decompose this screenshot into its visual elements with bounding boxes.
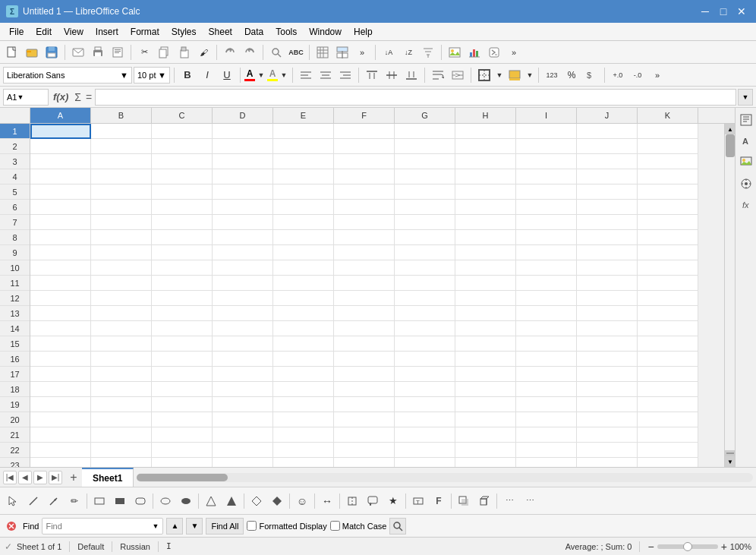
sidebar-functions-button[interactable]: fx (737, 196, 755, 214)
border-arrow[interactable]: ▼ (495, 66, 504, 84)
insert-rows-button[interactable] (333, 43, 351, 61)
cell-J1[interactable] (577, 124, 638, 139)
sort-az-button[interactable]: ↓A (380, 43, 398, 61)
cell-G1[interactable] (395, 124, 455, 139)
font-color-arrow[interactable]: ▼ (257, 66, 266, 84)
menu-tools[interactable]: Tools (269, 23, 303, 40)
highlight-color-button[interactable]: A (267, 69, 278, 81)
format-paint-button[interactable]: 🖌 (194, 43, 213, 61)
cell-A1[interactable] (30, 124, 91, 139)
row-num-9[interactable]: 9 (0, 245, 30, 260)
cell-I1[interactable] (516, 124, 577, 139)
diamond-button[interactable] (247, 491, 266, 511)
match-case-checkbox[interactable] (330, 521, 340, 531)
find-button[interactable] (267, 43, 285, 61)
find-text-input[interactable] (46, 519, 152, 534)
col-header-J[interactable]: J (577, 108, 638, 123)
row-num-23[interactable]: 23 (0, 458, 30, 467)
equals-button[interactable]: = (84, 91, 93, 103)
ellipse-filled-button[interactable] (176, 491, 196, 511)
valign-bottom-button[interactable] (402, 66, 421, 84)
cell-B1[interactable] (91, 124, 152, 139)
sheet-tab-1[interactable]: Sheet1 (82, 468, 134, 487)
function-wizard-button[interactable]: f(x) (50, 91, 71, 102)
row-num-14[interactable]: 14 (0, 321, 30, 336)
more2-button[interactable]: » (505, 43, 523, 61)
cell-D1[interactable] (213, 124, 273, 139)
cell-E1[interactable] (273, 124, 334, 139)
sheet-prev-button[interactable]: ◀ (18, 471, 32, 484)
sum-button[interactable]: Σ (73, 91, 83, 103)
save-button[interactable] (43, 43, 61, 61)
col-header-A[interactable]: A (30, 108, 91, 123)
paste-button[interactable] (175, 43, 193, 61)
callout-button[interactable] (363, 491, 383, 511)
wrap-text-button[interactable] (429, 66, 447, 84)
sidebar-gallery-button[interactable] (737, 153, 755, 172)
find-prev-button[interactable]: ▲ (166, 518, 183, 535)
new-button[interactable] (3, 43, 21, 61)
sheet-next-button[interactable]: ▶ (33, 471, 47, 484)
cell-C1[interactable] (152, 124, 213, 139)
cell-A2[interactable] (30, 139, 91, 154)
formatted-display-option[interactable]: Formatted Display (247, 521, 326, 531)
sheet-last-button[interactable]: ▶| (49, 471, 62, 484)
star-button[interactable]: ★ (383, 491, 403, 511)
row-num-2[interactable]: 2 (0, 139, 30, 154)
arrow-tool-button[interactable] (44, 491, 64, 511)
menu-window[interactable]: Window (303, 23, 348, 40)
print-button[interactable] (89, 43, 107, 61)
find-input-dropdown[interactable]: ▼ (42, 518, 163, 535)
cell-reference-box[interactable]: A1 ▼ (3, 89, 49, 106)
horizontal-scrollbar[interactable] (137, 473, 753, 482)
row-num-10[interactable]: 10 (0, 260, 30, 276)
sidebar-navigator-button[interactable] (737, 175, 755, 193)
menu-format[interactable]: Format (124, 23, 165, 40)
cell-K1[interactable] (638, 124, 698, 139)
menu-help[interactable]: Help (348, 23, 379, 40)
menu-sheet[interactable]: Sheet (203, 23, 238, 40)
add-sheet-button[interactable]: + (65, 468, 82, 487)
align-right-button[interactable] (336, 66, 354, 84)
font-size-dropdown[interactable]: 10 pt ▼ (134, 67, 170, 84)
spellcheck-button[interactable]: ABC (287, 43, 305, 61)
rect-filled-button[interactable] (110, 491, 130, 511)
menu-styles[interactable]: Styles (165, 23, 203, 40)
col-header-B[interactable]: B (91, 108, 152, 123)
formula-expand-button[interactable]: ▼ (738, 89, 753, 106)
sheet-first-button[interactable]: |◀ (3, 471, 17, 484)
redo-button[interactable] (241, 43, 259, 61)
email-button[interactable] (69, 43, 87, 61)
insert-chart-button[interactable] (465, 43, 484, 61)
open-button[interactable] (23, 43, 41, 61)
close-button[interactable]: ✕ (733, 3, 750, 20)
select-tool-button[interactable] (3, 491, 23, 511)
find-close-button[interactable] (3, 518, 20, 535)
cut-button[interactable]: ✂ (135, 43, 153, 61)
autofilter-button[interactable] (419, 43, 437, 61)
menu-insert[interactable]: Insert (90, 23, 124, 40)
find-next-button[interactable]: ▼ (186, 518, 203, 535)
undo-button[interactable] (221, 43, 239, 61)
row-num-5[interactable]: 5 (0, 184, 30, 200)
row-num-8[interactable]: 8 (0, 230, 30, 245)
minimize-button[interactable]: ─ (697, 3, 713, 20)
row-num-7[interactable]: 7 (0, 215, 30, 230)
font-name-dropdown[interactable]: Liberation Sans ▼ (3, 67, 132, 84)
scroll-track[interactable] (725, 134, 735, 450)
row-num-3[interactable]: 3 (0, 154, 30, 169)
menu-edit[interactable]: Edit (30, 23, 58, 40)
more-fmt-button[interactable]: » (648, 66, 666, 84)
flowchart-button[interactable] (342, 491, 362, 511)
scroll-resize-handle[interactable] (725, 450, 735, 456)
row-num-4[interactable]: 4 (0, 169, 30, 184)
italic-button[interactable]: I (198, 66, 216, 84)
insert-image-button[interactable] (446, 43, 464, 61)
find-all-button[interactable]: Find All (206, 518, 244, 535)
vertical-scrollbar[interactable]: ▲ ▼ (724, 124, 735, 467)
col-header-D[interactable]: D (213, 108, 273, 123)
scroll-thumb[interactable] (726, 134, 735, 157)
valign-middle-button[interactable] (383, 66, 401, 84)
row-num-21[interactable]: 21 (0, 427, 30, 443)
maximize-button[interactable]: □ (715, 3, 732, 20)
